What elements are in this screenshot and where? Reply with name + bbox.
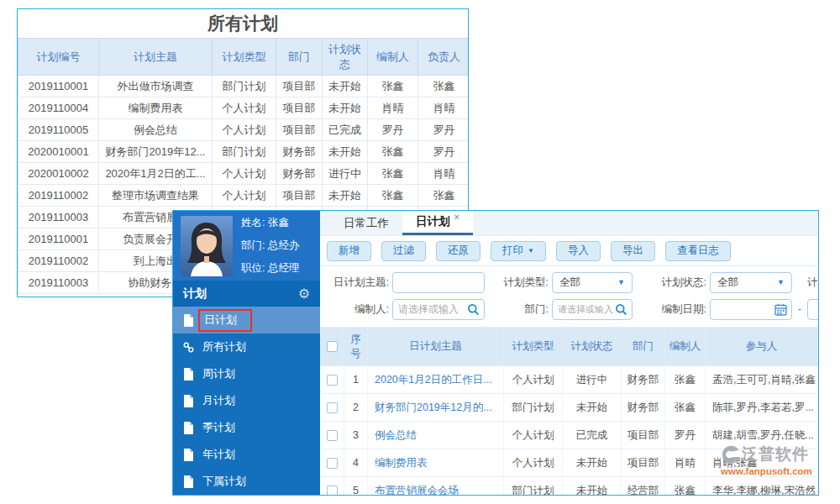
col-dept: 部门 xyxy=(276,39,323,76)
status-select-value: 全部 xyxy=(717,276,738,290)
type-select-value: 全部 xyxy=(559,276,580,290)
cell: 张鑫 xyxy=(368,76,418,97)
search-icon[interactable] xyxy=(467,303,480,316)
sidebar-item-quarter-plan[interactable]: 季计划 xyxy=(173,414,320,441)
calendar-icon[interactable] xyxy=(774,303,787,316)
filter-panel: 日计划主题: 计划类型: 全部 ▼ 计划状态: 全部 ▼ 计 xyxy=(320,266,818,327)
search-icon[interactable] xyxy=(615,303,627,316)
col-index: 序号 xyxy=(344,328,368,366)
tab-label: 日常工作 xyxy=(344,216,389,231)
cell: 财务部 xyxy=(276,141,323,163)
cell-index: 3 xyxy=(344,422,368,449)
tab-bar: 日常工作 日计划 × xyxy=(320,211,818,236)
clipped-filter-label: 计 xyxy=(807,276,818,290)
tab-day-plan[interactable]: 日计划 × xyxy=(402,211,473,235)
fanpu-logo-icon xyxy=(721,444,741,465)
cell-status: 未开始 xyxy=(563,394,622,422)
cell: 2019110003 xyxy=(18,207,99,228)
subject-link[interactable]: 编制费用表 xyxy=(375,457,428,469)
sidebar-item-label: 年计划 xyxy=(202,447,235,462)
cell-participants: 陈菲,罗丹,李若若,罗... xyxy=(706,394,818,422)
sidebar-item-all-plans[interactable]: 所有计划 xyxy=(173,333,320,360)
row-checkbox[interactable] xyxy=(327,458,338,469)
row-checkbox[interactable] xyxy=(327,375,338,386)
subject-link[interactable]: 例会总结 xyxy=(375,429,417,441)
sidebar-item-year-plan[interactable]: 年计划 xyxy=(173,441,320,468)
cell-dept: 财务部 xyxy=(622,394,665,422)
cell-type: 个人计划 xyxy=(504,422,563,449)
row-checkbox[interactable] xyxy=(327,486,338,496)
cell: 肖晴 xyxy=(418,163,470,185)
type-select[interactable]: 全部 ▼ xyxy=(552,272,633,293)
select-all-checkbox[interactable] xyxy=(327,341,338,352)
row-checkbox[interactable] xyxy=(327,402,338,413)
col-plan-status: 计划状态 xyxy=(323,39,368,76)
export-button[interactable]: 导出 xyxy=(611,241,655,261)
col-plan-no: 计划编号 xyxy=(18,39,99,76)
cell: 个人计划 xyxy=(213,163,276,185)
print-button[interactable]: 打印 ▼ xyxy=(491,241,546,261)
cell: 个人计划 xyxy=(213,185,276,207)
import-button[interactable]: 导入 xyxy=(556,241,601,261)
file-icon xyxy=(183,314,194,327)
profile-info: 姓名: 张鑫 部门: 总经办 职位: 总经理 xyxy=(241,216,299,276)
button-label: 过滤 xyxy=(393,244,414,258)
button-label: 查看日志 xyxy=(677,244,719,258)
tab-daily-work[interactable]: 日常工作 xyxy=(330,211,402,235)
all-plans-header-row: 计划编号 计划主题 计划类型 部门 计划状态 编制人 负责人 xyxy=(18,39,470,76)
profile-title: 职位: 总经理 xyxy=(241,261,299,276)
cell: 未开始 xyxy=(323,97,368,119)
profile-name: 姓名: 张鑫 xyxy=(241,216,299,230)
cell: 2019110001 xyxy=(18,228,99,250)
file-icon xyxy=(183,368,194,381)
cell: 财务部 xyxy=(276,163,323,185)
sidebar: 姓名: 张鑫 部门: 总经办 职位: 总经理 计划 ⚙ 日计划 xyxy=(173,211,320,495)
subject-link[interactable]: 布置营销展会会场 xyxy=(375,485,459,496)
chevron-down-icon: ▼ xyxy=(617,278,625,286)
view-log-button[interactable]: 查看日志 xyxy=(665,241,731,261)
sidebar-item-label: 月计划 xyxy=(202,393,235,408)
row-checkbox[interactable] xyxy=(327,430,338,441)
cell: 未开始 xyxy=(323,185,368,207)
cell: 2020010002 xyxy=(18,163,99,185)
subject-input[interactable] xyxy=(393,273,484,292)
sidebar-item-week-plan[interactable]: 周计划 xyxy=(173,360,320,387)
file-icon xyxy=(183,422,194,434)
sidebar-section-plan: 计划 ⚙ xyxy=(173,281,320,307)
col-status: 计划状态 xyxy=(563,328,622,366)
filter-button[interactable]: 过滤 xyxy=(381,241,426,261)
reset-button[interactable]: 还原 xyxy=(436,241,480,261)
cell: 罗丹 xyxy=(418,119,470,141)
subject-filter-field xyxy=(392,272,485,293)
sidebar-item-day-plan[interactable]: 日计划 xyxy=(173,307,320,333)
table-row: 2019110002整理市场调查结果个人计划项目部未开始张鑫张鑫 xyxy=(18,185,470,207)
subject-link[interactable]: 财务部门2019年12月的... xyxy=(375,402,492,413)
status-select[interactable]: 全部 ▼ xyxy=(710,272,792,293)
profile-dept: 部门: 总经办 xyxy=(241,239,299,253)
subject-link[interactable]: 2020年1月2日的工作日... xyxy=(375,374,492,386)
sidebar-item-subordinate-plan[interactable]: 下属计划 xyxy=(173,468,320,495)
cell-dept: 财务部 xyxy=(622,366,665,394)
cell-dept: 项目部 xyxy=(622,449,665,477)
col-creator: 编制人 xyxy=(368,39,418,76)
close-icon[interactable]: × xyxy=(454,212,459,222)
cell-creator: 张鑫 xyxy=(665,477,706,496)
add-button[interactable]: 新增 xyxy=(327,241,371,261)
date-to-input[interactable] xyxy=(808,300,819,319)
cell-type: 个人计划 xyxy=(504,366,563,394)
sidebar-item-month-plan[interactable]: 月计划 xyxy=(173,387,320,414)
link-icon xyxy=(183,341,194,354)
sidebar-item-label: 季计划 xyxy=(202,420,235,435)
gear-icon[interactable]: ⚙ xyxy=(298,286,310,302)
col-dept: 部门 xyxy=(622,328,665,366)
cell: 2019110005 xyxy=(18,119,99,141)
button-label: 导入 xyxy=(568,244,589,258)
cell: 财务部门2019年12... xyxy=(99,141,213,163)
cell: 个人计划 xyxy=(213,119,276,141)
creator-filter-field xyxy=(392,299,485,320)
cell-index: 4 xyxy=(344,449,368,477)
filter-row-1: 日计划主题: 计划类型: 全部 ▼ 计划状态: 全部 ▼ 计 xyxy=(320,269,818,296)
tab-label: 日计划 xyxy=(416,214,450,229)
col-type: 计划类型 xyxy=(504,328,563,366)
cell: 项目部 xyxy=(276,119,323,141)
